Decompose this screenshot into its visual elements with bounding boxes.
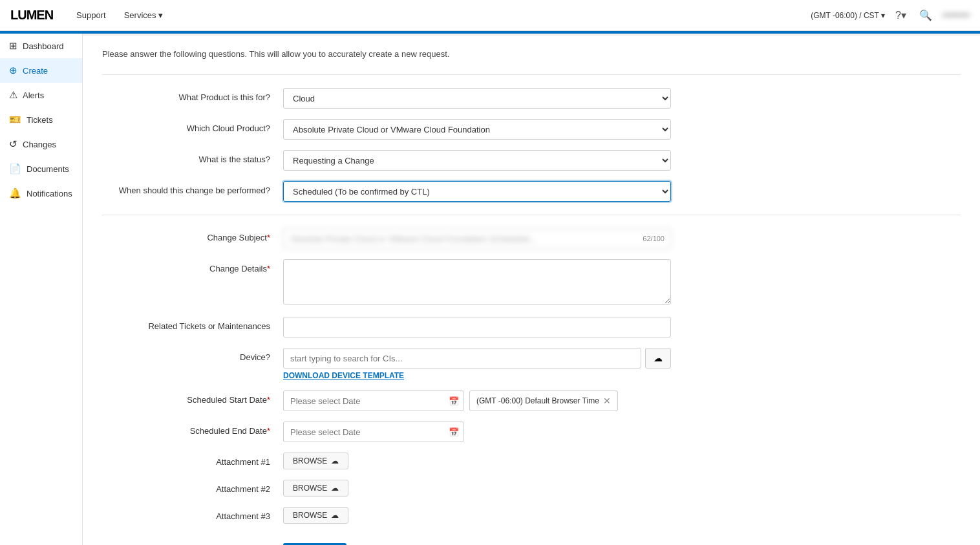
product-label: What Product is this for?	[102, 88, 283, 102]
required-marker-3: *	[267, 395, 270, 405]
when-row: When should this change be performed? Sc…	[102, 181, 961, 202]
status-select[interactable]: Requesting a Change	[283, 150, 671, 171]
sidebar-label-create: Create	[23, 66, 48, 76]
sidebar-item-create[interactable]: ⊕ Create	[0, 58, 82, 83]
nav-right: (GMT -06:00) / CST ▾ ?▾ 🔍 ••••••••••	[811, 6, 970, 24]
start-date-date-row: 📅 (GMT -06:00) Default Browser Time ✕	[283, 390, 671, 411]
tickets-icon: 🎫	[9, 114, 21, 125]
change-subject-label: Change Subject*	[102, 228, 283, 242]
attachment2-row: Attachment #2 BROWSE ☁	[102, 480, 961, 497]
main-content: Please answer the following questions. T…	[83, 36, 980, 545]
browse1-icon: ☁	[331, 456, 339, 465]
end-date-input[interactable]	[283, 422, 464, 442]
status-label: What is the status?	[102, 150, 283, 164]
browse2-label: BROWSE	[293, 484, 327, 493]
attachment1-label: Attachment #1	[102, 453, 283, 467]
page-description: Please answer the following questions. T…	[102, 49, 961, 59]
attachment1-browse-button[interactable]: BROWSE ☁	[283, 453, 348, 469]
sidebar-item-changes[interactable]: ↺ Changes	[0, 132, 82, 156]
change-subject-row: Change Subject* 62/100	[102, 228, 961, 249]
timezone-badge: (GMT -06:00) Default Browser Time ✕	[469, 390, 618, 411]
attachment1-control: BROWSE ☁	[283, 453, 671, 469]
timezone-text: (GMT -06:00) Default Browser Time	[476, 396, 599, 405]
browse3-label: BROWSE	[293, 511, 327, 520]
documents-icon: 📄	[9, 163, 21, 175]
when-label: When should this change be performed?	[102, 181, 283, 195]
sidebar-item-dashboard[interactable]: ⊞ Dashboard	[0, 34, 82, 58]
status-control: Requesting a Change	[283, 150, 671, 171]
sidebar-label-documents: Documents	[27, 164, 69, 174]
required-marker-2: *	[267, 264, 270, 273]
device-label: Device?	[102, 348, 283, 362]
related-tickets-control	[283, 317, 671, 337]
end-date-label: Scheduled End Date*	[102, 422, 283, 436]
attachment2-browse-button[interactable]: BROWSE ☁	[283, 480, 348, 497]
when-select[interactable]: Scheduled (To be confirmed by CTL)	[283, 181, 671, 202]
start-date-row: Scheduled Start Date* 📅 (GMT -06:00) Def…	[102, 390, 961, 411]
cloud-product-control: Absolute Private Cloud or VMware Cloud F…	[283, 119, 671, 140]
required-marker: *	[267, 233, 270, 242]
change-details-control	[283, 259, 671, 306]
char-count: 62/100	[643, 235, 665, 242]
download-device-template-link[interactable]: DOWNLOAD DEVICE TEMPLATE	[283, 371, 671, 380]
nav-support[interactable]: Support	[69, 6, 114, 24]
related-tickets-input[interactable]	[283, 317, 671, 337]
cloud-product-select[interactable]: Absolute Private Cloud or VMware Cloud F…	[283, 119, 671, 140]
sidebar-item-notifications[interactable]: 🔔 Notifications	[0, 181, 82, 206]
device-search-input[interactable]	[283, 348, 641, 369]
user-label[interactable]: ••••••••••	[943, 11, 970, 20]
start-date-wrapper: 📅	[283, 390, 464, 411]
notifications-icon: 🔔	[9, 187, 21, 199]
changes-icon: ↺	[9, 138, 17, 150]
related-tickets-label: Related Tickets or Maintenances	[102, 317, 283, 331]
create-icon: ⊕	[9, 65, 17, 76]
start-date-input[interactable]	[283, 390, 464, 411]
end-calendar-icon[interactable]: 📅	[449, 427, 459, 437]
upload-icon: ☁	[654, 353, 663, 363]
search-button[interactable]: 🔍	[917, 6, 935, 24]
attachment3-label: Attachment #3	[102, 507, 283, 521]
sidebar-item-documents[interactable]: 📄 Documents	[0, 156, 82, 181]
product-select[interactable]: Cloud	[283, 88, 671, 109]
attachment3-row: Attachment #3 BROWSE ☁	[102, 507, 961, 524]
browse1-label: BROWSE	[293, 456, 327, 465]
change-details-row: Change Details*	[102, 259, 961, 306]
sidebar: ⊞ Dashboard ⊕ Create ⚠ Alerts 🎫 Tickets …	[0, 34, 83, 545]
product-control: Cloud	[283, 88, 671, 109]
attachment1-row: Attachment #1 BROWSE ☁	[102, 453, 961, 469]
dashboard-icon: ⊞	[9, 40, 17, 52]
sidebar-item-tickets[interactable]: 🎫 Tickets	[0, 107, 82, 132]
attachment3-control: BROWSE ☁	[283, 507, 671, 524]
alerts-icon: ⚠	[9, 89, 17, 101]
nav-services[interactable]: Services ▾	[116, 6, 171, 24]
sidebar-label-changes: Changes	[23, 140, 56, 149]
sidebar-label-dashboard: Dashboard	[23, 41, 64, 51]
device-upload-button[interactable]: ☁	[645, 348, 671, 369]
related-tickets-row: Related Tickets or Maintenances	[102, 317, 961, 337]
help-button[interactable]: ?▾	[893, 6, 909, 24]
sidebar-label-notifications: Notifications	[27, 189, 72, 198]
section-divider-1	[102, 74, 961, 75]
section-divider-2	[102, 215, 961, 215]
change-details-textarea[interactable]	[283, 259, 671, 305]
sidebar-item-alerts[interactable]: ⚠ Alerts	[0, 83, 82, 107]
browse3-icon: ☁	[331, 511, 339, 520]
change-details-label: Change Details*	[102, 259, 283, 273]
end-date-wrapper: 📅	[283, 422, 464, 442]
browse2-icon: ☁	[331, 484, 339, 493]
timezone-display[interactable]: (GMT -06:00) / CST ▾	[811, 11, 885, 20]
required-marker-4: *	[267, 426, 270, 436]
lumen-logo: LUMEN	[10, 8, 53, 23]
attachment3-browse-button[interactable]: BROWSE ☁	[283, 507, 348, 524]
timezone-close-button[interactable]: ✕	[603, 396, 611, 406]
change-subject-input[interactable]	[283, 228, 671, 249]
subject-wrapper: 62/100	[283, 228, 671, 249]
cloud-product-row: Which Cloud Product? Absolute Private Cl…	[102, 119, 961, 140]
product-row: What Product is this for? Cloud	[102, 88, 961, 109]
start-calendar-icon[interactable]: 📅	[449, 396, 459, 406]
end-date-row: Scheduled End Date* 📅	[102, 422, 961, 442]
sidebar-label-tickets: Tickets	[27, 115, 53, 125]
cloud-product-label: Which Cloud Product?	[102, 119, 283, 133]
device-input-row: ☁	[283, 348, 671, 369]
attachment2-label: Attachment #2	[102, 480, 283, 494]
